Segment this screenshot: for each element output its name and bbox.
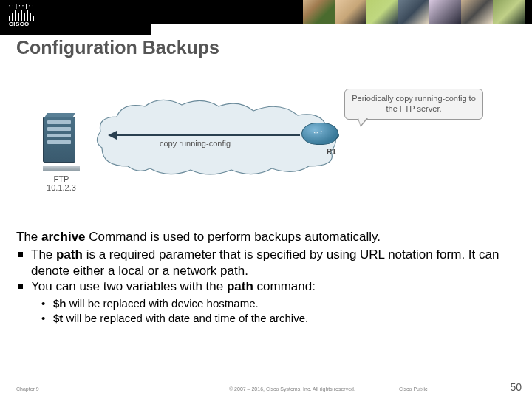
ftp-server-icon: FTP 10.1.2.3 (43, 117, 80, 177)
footer-chapter: Chapter 9 (16, 386, 39, 392)
network-diagram: copy running-config FTP 10.1.2.3 ↔ ↕ R1 … (33, 89, 446, 214)
cisco-dots-icon: · · | · · | · · (9, 3, 34, 8)
cisco-wordmark: CISCO (9, 21, 30, 27)
bullet-path: The path is a required parameter that is… (16, 247, 519, 279)
sub-bullet-t: $t will be replaced with date and time o… (41, 311, 519, 325)
banner-photo-strip (303, 0, 525, 24)
callout-tail-icon (358, 118, 368, 127)
footer-public: Cisco Public (399, 386, 428, 392)
arrow-head-icon (108, 131, 117, 140)
page-number: 50 (510, 381, 522, 393)
cisco-bars-icon (9, 10, 34, 21)
slide-title: Configuration Backups (16, 37, 219, 58)
sub-bullet-h: $h will be replaced with device hostname… (41, 296, 519, 310)
server-label: FTP (43, 174, 80, 183)
slide-footer: Chapter 9 © 2007 – 2016, Cisco Systems, … (0, 381, 532, 399)
router-label: R1 (327, 148, 336, 156)
footer-copyright: © 2007 – 2016, Cisco Systems, Inc. All r… (229, 386, 355, 392)
body-content: The archive Command is used to perform b… (16, 229, 519, 325)
router-icon: ↔ ↕ (301, 123, 338, 149)
top-banner: · · | · · | · · CISCO (0, 0, 532, 24)
arrow-line (114, 134, 300, 136)
arrow-label: copy running-config (160, 139, 231, 148)
intro-line: The archive Command is used to perform b… (16, 229, 519, 245)
server-ip: 10.1.2.3 (43, 183, 80, 192)
callout-box: Periodically copy running-config to the … (344, 89, 483, 120)
bullet-variables: You can use two variables with the path … (16, 279, 519, 295)
